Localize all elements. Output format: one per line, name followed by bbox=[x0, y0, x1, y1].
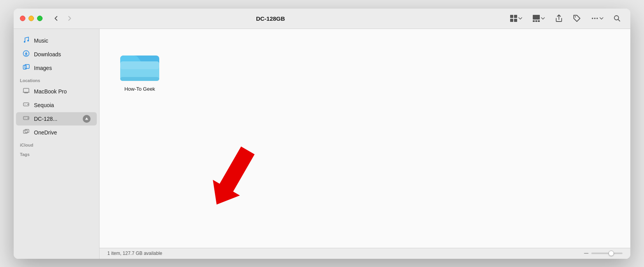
forward-button[interactable] bbox=[64, 14, 75, 23]
main-content: Music Downloads bbox=[14, 29, 630, 259]
svg-point-22 bbox=[27, 117, 28, 118]
icon-view-button[interactable] bbox=[506, 13, 526, 24]
svg-rect-3 bbox=[514, 19, 517, 22]
finder-window: DC-128GB bbox=[14, 9, 630, 259]
titlebar: DC-128GB bbox=[14, 9, 630, 29]
statusbar-text: 1 item, 127.7 GB available bbox=[107, 251, 162, 256]
statusbar: 1 item, 127.7 GB available bbox=[100, 248, 630, 259]
images-label: Images bbox=[34, 65, 91, 71]
more-icon bbox=[591, 14, 599, 23]
search-icon bbox=[613, 14, 621, 22]
zoom-slider[interactable] bbox=[584, 251, 623, 256]
gallery-view-button[interactable] bbox=[529, 13, 548, 24]
svg-marker-30 bbox=[203, 142, 261, 212]
svg-rect-23 bbox=[23, 130, 27, 133]
nav-buttons bbox=[50, 14, 75, 23]
folder-label: How-To Geek bbox=[125, 86, 155, 92]
svg-rect-27 bbox=[120, 61, 159, 69]
sequoia-drive-icon bbox=[22, 101, 30, 109]
svg-point-12 bbox=[614, 16, 619, 20]
svg-rect-5 bbox=[533, 20, 535, 22]
slider-thumb[interactable] bbox=[608, 251, 614, 256]
sequoia-label: Sequoia bbox=[34, 102, 91, 108]
svg-point-20 bbox=[27, 104, 28, 105]
eject-button[interactable] bbox=[83, 115, 91, 123]
back-button[interactable] bbox=[50, 14, 62, 23]
svg-point-13 bbox=[24, 41, 25, 43]
music-label: Music bbox=[34, 38, 91, 44]
close-button[interactable] bbox=[20, 16, 25, 21]
more-button[interactable] bbox=[587, 13, 607, 24]
sidebar-item-music[interactable]: Music bbox=[16, 34, 97, 47]
dc128-label: DC-128... bbox=[34, 116, 79, 122]
icloud-header: iCloud bbox=[14, 140, 99, 149]
file-area: How-To Geek bbox=[100, 29, 630, 111]
traffic-lights bbox=[20, 16, 43, 21]
main-panel: How-To Geek bbox=[100, 29, 630, 259]
svg-rect-7 bbox=[538, 20, 540, 22]
share-button[interactable] bbox=[551, 13, 566, 24]
sidebar-item-images[interactable]: Images bbox=[16, 61, 97, 75]
svg-point-8 bbox=[575, 16, 576, 18]
tags-header: Tags bbox=[14, 149, 99, 158]
onedrive-icon bbox=[22, 128, 30, 137]
sidebar-item-onedrive[interactable]: OneDrive bbox=[16, 126, 97, 139]
sidebar-item-dc128[interactable]: DC-128... bbox=[16, 112, 97, 125]
toolbar-right bbox=[506, 13, 624, 24]
svg-rect-28 bbox=[120, 77, 159, 81]
minimize-button[interactable] bbox=[28, 16, 34, 21]
svg-rect-1 bbox=[514, 15, 517, 18]
svg-rect-2 bbox=[510, 19, 513, 22]
downloads-icon bbox=[22, 50, 30, 59]
locations-header: Locations bbox=[14, 75, 99, 84]
slider-track[interactable] bbox=[591, 253, 623, 254]
svg-point-9 bbox=[592, 18, 593, 19]
laptop-icon bbox=[22, 87, 30, 96]
music-icon bbox=[22, 36, 30, 45]
tag-button[interactable] bbox=[569, 13, 584, 24]
icon-view-icon bbox=[509, 14, 518, 23]
svg-point-10 bbox=[594, 18, 596, 19]
svg-rect-24 bbox=[25, 129, 29, 133]
back-icon bbox=[53, 16, 59, 21]
folder-item-howtogeek[interactable]: How-To Geek bbox=[115, 45, 164, 95]
folder-icon bbox=[118, 48, 161, 83]
zoom-minus-icon bbox=[584, 251, 589, 256]
maximize-button[interactable] bbox=[37, 16, 43, 21]
svg-rect-4 bbox=[533, 15, 540, 20]
sidebar-item-sequoia[interactable]: Sequoia bbox=[16, 99, 97, 112]
svg-rect-0 bbox=[510, 15, 513, 18]
tag-icon bbox=[573, 14, 581, 23]
sidebar-item-macbook[interactable]: MacBook Pro bbox=[16, 85, 97, 98]
svg-rect-18 bbox=[23, 88, 29, 92]
svg-point-11 bbox=[596, 18, 598, 19]
share-icon bbox=[555, 14, 563, 23]
dc128-drive-icon bbox=[22, 115, 30, 123]
window-title: DC-128GB bbox=[82, 15, 459, 22]
downloads-label: Downloads bbox=[34, 51, 91, 57]
macbook-label: MacBook Pro bbox=[34, 88, 91, 95]
svg-point-14 bbox=[27, 40, 29, 41]
onedrive-label: OneDrive bbox=[34, 129, 91, 136]
view-chevron-icon bbox=[518, 16, 523, 21]
eject-icon bbox=[85, 117, 89, 121]
forward-icon bbox=[67, 16, 72, 21]
more-chevron-icon bbox=[599, 16, 604, 21]
sidebar-item-downloads[interactable]: Downloads bbox=[16, 48, 97, 61]
gallery-chevron-icon bbox=[541, 16, 545, 21]
gallery-view-icon bbox=[532, 14, 541, 23]
svg-rect-6 bbox=[535, 20, 537, 22]
sidebar: Music Downloads bbox=[14, 29, 100, 259]
annotation-arrow bbox=[170, 138, 295, 217]
file-area-wrapper: How-To Geek bbox=[100, 29, 630, 248]
search-button[interactable] bbox=[610, 13, 624, 24]
images-icon bbox=[22, 64, 30, 72]
